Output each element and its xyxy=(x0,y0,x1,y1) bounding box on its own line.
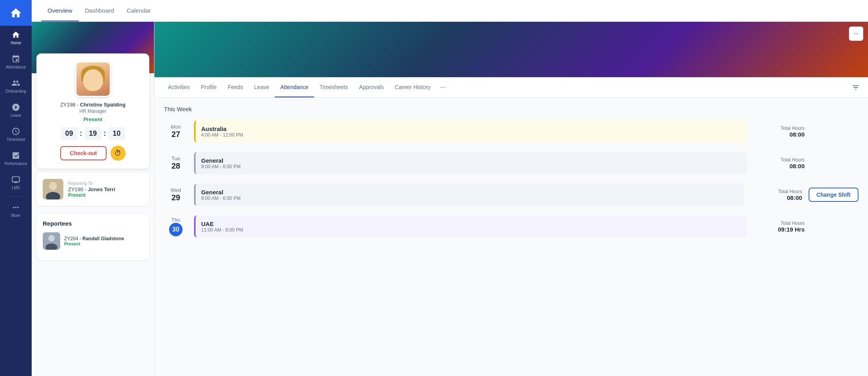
day-info-wed: Wed 29 xyxy=(164,187,188,202)
hours-info-wed: Total Hours 08:00 xyxy=(751,189,802,201)
ellipsis-icon: ··· xyxy=(853,30,858,37)
sidebar-item-label: Attendance xyxy=(6,65,26,69)
hours-value-thu: 09:19 Hrs xyxy=(753,226,805,233)
hours-info-tue: Total Hours 08:00 xyxy=(753,157,805,169)
reportee-item: ZY204 - Randall Gladstone Present xyxy=(43,232,143,250)
time-display: 09 : 19 : 10 xyxy=(44,127,141,140)
lms-icon xyxy=(11,175,20,184)
reportee-info: ZY204 - Randall Gladstone Present xyxy=(64,236,124,246)
reportee-name: ZY204 - Randall Gladstone xyxy=(64,236,124,241)
profile-tab-nav: Activities Profile Feeds Leave Attendanc… xyxy=(154,77,868,98)
sidebar-item-label: Timesheet xyxy=(7,137,25,142)
tab-calendar[interactable]: Calendar xyxy=(120,0,157,21)
day-info-mon: Mon 27 xyxy=(164,124,188,139)
left-panel: ZY198 - Christine Spalding HR Manager Pr… xyxy=(32,22,154,376)
shift-time-tue: 9:00 AM - 6:00 PM xyxy=(201,164,741,169)
employee-name: Christine Spalding xyxy=(80,102,126,108)
hours-info-thu: Total Hours 09:19 Hrs xyxy=(753,220,805,233)
sidebar-item-leave[interactable]: Leave xyxy=(0,98,32,122)
reportee-avatar xyxy=(43,232,60,250)
tab-approvals[interactable]: Approvals xyxy=(354,77,389,97)
hours-label-tue: Total Hours xyxy=(753,157,805,163)
top-navigation: Overview Dashboard Calendar xyxy=(32,0,868,22)
avatar xyxy=(75,61,111,97)
shift-bar-thu: UAE 11:00 AM - 8:00 PM xyxy=(194,215,747,237)
shift-name-tue: General xyxy=(201,157,741,164)
performance-icon xyxy=(11,151,20,160)
content-area: ZY198 - Christine Spalding HR Manager Pr… xyxy=(32,22,868,376)
timer-icon[interactable]: ⏱ xyxy=(110,146,126,161)
day-name-thu: Thu xyxy=(164,217,188,223)
reporting-name: ZY190 - Jones Terri xyxy=(68,186,143,192)
change-shift-button-wed[interactable]: Change Shift xyxy=(809,188,858,202)
day-info-thu: Thu 30 xyxy=(164,217,188,236)
checkout-button[interactable]: Check-out xyxy=(60,146,106,160)
day-row-tue: Tue 28 General 9:00 AM - 6:00 PM Total H… xyxy=(164,152,858,174)
employee-banner: ··· xyxy=(154,22,868,77)
sidebar-item-label: LMS xyxy=(12,186,20,190)
reportees-section: Reportees ZY204 - Randall Gladstone xyxy=(36,214,149,260)
avatar-face xyxy=(83,69,103,91)
week-label: This Week xyxy=(164,106,858,112)
sidebar-divider xyxy=(8,196,24,197)
hours-value-wed: 08:00 xyxy=(751,194,802,201)
profile-card: ZY198 - Christine Spalding HR Manager Pr… xyxy=(36,53,149,169)
tab-dashboard[interactable]: Dashboard xyxy=(79,0,120,21)
sidebar-item-attendance[interactable]: Attendance xyxy=(0,50,32,74)
sidebar-item-label: Leave xyxy=(10,113,21,118)
reporting-avatar xyxy=(43,179,63,199)
day-num-wed: 29 xyxy=(164,193,188,202)
hours-label-mon: Total Hours xyxy=(753,125,805,131)
attendance-content: This Week Mon 27 Australia 4:00 AM - 12:… xyxy=(154,98,868,376)
sidebar-item-label: Performance xyxy=(4,161,27,166)
sidebar-item-lms[interactable]: LMS xyxy=(0,171,32,195)
sidebar-item-home[interactable]: Home xyxy=(0,26,32,50)
shift-name-mon: Australia xyxy=(201,125,741,132)
tab-timesheets[interactable]: Timesheets xyxy=(314,77,354,97)
day-num-thu: 30 xyxy=(169,223,183,236)
reporting-avatar-image xyxy=(43,179,63,199)
time-colon-2: : xyxy=(104,129,106,138)
day-row-wed: Wed 29 General 9:00 AM - 6:00 PM Total H… xyxy=(164,184,858,206)
tab-attendance[interactable]: Attendance xyxy=(275,77,314,97)
sidebar-item-performance[interactable]: Performance xyxy=(0,146,32,171)
more-icon xyxy=(11,203,20,212)
leave-icon xyxy=(11,103,20,112)
filter-icon[interactable] xyxy=(851,83,860,92)
sidebar-item-label: Home xyxy=(11,41,21,45)
shift-bar-mon: Australia 4:00 AM - 12:00 PM xyxy=(194,120,747,142)
tab-profile[interactable]: Profile xyxy=(195,77,222,97)
day-num-tue: 28 xyxy=(164,161,188,171)
main-content: Overview Dashboard Calendar xyxy=(32,0,868,376)
reporting-card: Reporting To ZY190 - Jones Terri Present xyxy=(36,173,149,206)
day-name-tue: Tue xyxy=(164,156,188,161)
filter-svg-icon xyxy=(851,83,860,92)
tab-overview[interactable]: Overview xyxy=(41,0,79,21)
sidebar-logo[interactable] xyxy=(0,0,32,26)
shift-time-mon: 4:00 AM - 12:00 PM xyxy=(201,132,741,138)
tab-career-history[interactable]: Career History xyxy=(389,77,436,97)
sidebar-item-onboarding[interactable]: Onboarding xyxy=(0,74,32,98)
day-name-wed: Wed xyxy=(164,187,188,193)
hours-info-mon: Total Hours 08:00 xyxy=(753,125,805,138)
avatar-placeholder xyxy=(76,63,110,96)
sidebar-item-timesheet[interactable]: Timesheet xyxy=(0,122,32,146)
tab-feeds[interactable]: Feeds xyxy=(222,77,249,97)
sidebar-item-more[interactable]: More xyxy=(0,198,32,222)
hours-value-tue: 08:00 xyxy=(753,163,805,169)
day-row-mon: Mon 27 Australia 4:00 AM - 12:00 PM Tota… xyxy=(164,120,858,142)
sidebar-item-label: Onboarding xyxy=(6,89,26,93)
tab-leave[interactable]: Leave xyxy=(249,77,275,97)
day-info-tue: Tue 28 xyxy=(164,156,188,171)
reportees-title: Reportees xyxy=(43,220,143,227)
onboarding-icon xyxy=(11,79,20,87)
tab-more[interactable]: ··· xyxy=(436,83,450,91)
attendance-icon xyxy=(11,55,20,63)
tab-activities[interactable]: Activities xyxy=(162,77,195,97)
shift-bar-wed: General 9:00 AM - 6:00 PM xyxy=(194,184,744,206)
shift-name-thu: UAE xyxy=(201,220,741,227)
timesheet-icon xyxy=(11,127,20,136)
banner-more-button[interactable]: ··· xyxy=(849,27,863,41)
reporting-info: Reporting To ZY190 - Jones Terri Present xyxy=(68,181,143,198)
employee-status: Present xyxy=(44,116,141,122)
